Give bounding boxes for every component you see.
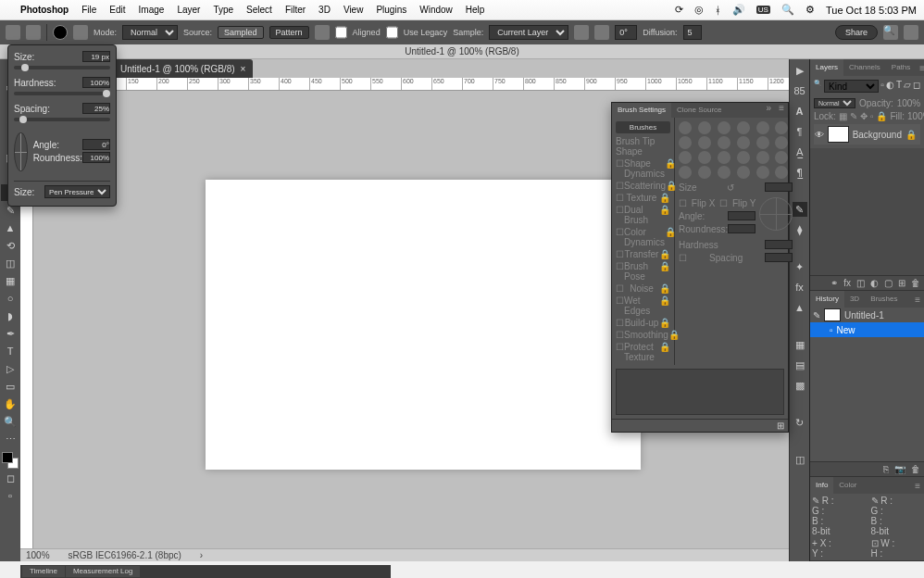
source-pattern[interactable]: Pattern xyxy=(269,26,309,39)
diffusion-input[interactable] xyxy=(683,25,702,40)
tool-path[interactable]: ▷ xyxy=(1,360,19,377)
opt-protect[interactable]: ☐Protect Texture🔒 xyxy=(612,341,674,363)
brushes-button[interactable]: Brushes xyxy=(616,121,670,133)
legacy-checkbox[interactable] xyxy=(386,25,398,40)
hardness-slider[interactable] xyxy=(14,92,110,95)
layer-thumbnail[interactable] xyxy=(828,126,848,143)
clock[interactable]: Tue Oct 18 5:03 PM xyxy=(826,5,917,16)
document-tab[interactable]: Untitled-1 @ 100% (RGB/8) × xyxy=(113,59,253,78)
menu-filter[interactable]: Filter xyxy=(285,5,306,15)
search-icon[interactable]: 🔍 xyxy=(781,4,794,16)
tab-timeline[interactable]: Timeline xyxy=(22,566,65,577)
collapse-icon[interactable]: » xyxy=(763,103,776,118)
brush-tip-grid[interactable] xyxy=(679,121,793,179)
tab-history[interactable]: History xyxy=(810,291,844,308)
sample-select[interactable]: Current Layer xyxy=(489,25,568,40)
group-icon[interactable]: ▢ xyxy=(884,278,893,288)
tool-eraser[interactable]: ◫ xyxy=(1,255,19,271)
menu-image[interactable]: Image xyxy=(139,5,165,15)
hardness-input[interactable] xyxy=(82,77,110,88)
filter-pixel-icon[interactable]: ▫ xyxy=(880,80,884,95)
tool-gradient[interactable]: ▦ xyxy=(1,272,19,289)
bs-hardness-input[interactable] xyxy=(765,240,793,249)
lock-position-icon[interactable]: ✎ xyxy=(850,111,857,121)
trash-icon[interactable]: 🗑 xyxy=(911,464,920,474)
history-state[interactable]: ▫ New xyxy=(810,322,924,337)
tab-layers[interactable]: Layers xyxy=(810,59,843,76)
angle-input[interactable] xyxy=(82,139,110,150)
bs-spacing-input[interactable] xyxy=(765,253,793,262)
color-profile[interactable]: sRGB IEC61966-2.1 (8bpc) xyxy=(69,550,181,560)
opacity-value[interactable]: 100% xyxy=(897,98,921,108)
snapshot-icon[interactable]: 📷 xyxy=(894,464,905,474)
opt-smoothing[interactable]: ☐Smoothing🔒 xyxy=(612,329,674,341)
lock-pixels-icon[interactable]: ▦ xyxy=(839,111,847,121)
pressure-opacity-icon[interactable] xyxy=(594,25,609,40)
screenmode-icon[interactable]: ▫ xyxy=(1,487,19,504)
tool-preset-icon[interactable] xyxy=(26,25,41,40)
lock-artboard-icon[interactable]: ▫ xyxy=(870,111,874,121)
tab-channels[interactable]: Channels xyxy=(843,59,886,76)
trash-icon[interactable]: 🗑 xyxy=(911,278,920,288)
libraries-icon[interactable]: ◫ xyxy=(793,452,807,467)
ruler-horizontal[interactable]: 0501001502002503003504004505005506006507… xyxy=(33,78,789,91)
layer-filter[interactable]: Kind xyxy=(824,80,879,93)
layer-row[interactable]: 👁 Background 🔒 xyxy=(814,124,920,144)
close-icon[interactable]: × xyxy=(241,64,246,74)
volume-icon[interactable]: 🔊 xyxy=(732,4,745,16)
angle-input[interactable] xyxy=(615,25,637,40)
tool-history-brush[interactable]: ⟲ xyxy=(1,237,19,254)
angle-control[interactable] xyxy=(759,197,793,231)
mode-select[interactable]: Normal xyxy=(122,25,178,40)
size-control-select[interactable]: Pen Pressure xyxy=(44,185,110,198)
actions-icon[interactable]: ↻ xyxy=(793,415,807,430)
fx-icon[interactable]: fx xyxy=(843,278,851,288)
menu-view[interactable]: View xyxy=(343,5,364,15)
tab-brushes[interactable]: Brushes xyxy=(865,291,903,308)
pattern-swatch-icon[interactable] xyxy=(315,25,330,40)
lock-all-icon[interactable]: 🔒 xyxy=(876,111,887,121)
opt-tip-shape[interactable]: Brush Tip Shape xyxy=(612,135,674,157)
home-icon[interactable] xyxy=(6,25,20,40)
tool-stamp[interactable]: ▲ xyxy=(1,220,19,236)
opt-wet[interactable]: ☐Wet Edges🔒 xyxy=(612,295,674,317)
tool-blur[interactable]: ○ xyxy=(1,290,19,307)
panel-menu-icon[interactable]: ≡ xyxy=(775,103,788,118)
link-icon[interactable]: ⚭ xyxy=(830,278,838,288)
menu-3d[interactable]: 3D xyxy=(318,5,331,15)
menu-plugins[interactable]: Plugins xyxy=(376,5,406,15)
opt-dual[interactable]: ☐Dual Brush🔒 xyxy=(612,204,674,226)
size-input[interactable] xyxy=(82,51,110,62)
quickmask-icon[interactable]: ◻ xyxy=(1,470,19,486)
adj-icon[interactable]: ◐ xyxy=(870,278,879,288)
new-brush-icon[interactable]: ⊞ xyxy=(777,421,784,431)
opt-color-dyn[interactable]: ☐Color Dynamics🔒 xyxy=(612,226,674,248)
roundness-input[interactable] xyxy=(82,152,110,163)
tool-edit-toolbar[interactable]: ⋯ xyxy=(1,431,19,447)
color-swatches[interactable] xyxy=(2,452,19,469)
workspace-icon[interactable] xyxy=(904,25,918,40)
lock-icon[interactable]: 🔒 xyxy=(905,130,917,140)
menu-edit[interactable]: Edit xyxy=(109,5,125,15)
restore-icon[interactable]: ↺ xyxy=(727,182,734,193)
panel-menu-icon[interactable]: ≡ xyxy=(911,481,924,491)
tab-paths[interactable]: Paths xyxy=(886,59,916,76)
control-center-icon[interactable]: ⚙ xyxy=(805,4,815,16)
bs-size-input[interactable] xyxy=(765,182,793,192)
menu-window[interactable]: Window xyxy=(419,5,453,15)
bs-roundness-input[interactable] xyxy=(728,224,755,233)
ignore-adj-icon[interactable] xyxy=(574,25,589,40)
tool-pen[interactable]: ✒ xyxy=(1,325,19,342)
canvas[interactable] xyxy=(206,180,641,470)
patterns-icon[interactable]: ▩ xyxy=(793,378,807,393)
tool-dodge[interactable]: ◗ xyxy=(1,308,19,324)
tool-type[interactable]: T xyxy=(1,343,19,359)
brush-panel-icon[interactable] xyxy=(73,25,88,40)
source-sampled[interactable]: Sampled xyxy=(218,26,264,39)
opt-noise[interactable]: ☐Noise🔒 xyxy=(612,283,674,295)
opt-transfer[interactable]: ☐Transfer🔒 xyxy=(612,248,674,260)
panel-menu-icon[interactable]: ≡ xyxy=(916,63,924,73)
opt-pose[interactable]: ☐Brush Pose🔒 xyxy=(612,260,674,283)
us-input-icon[interactable]: US xyxy=(756,6,770,14)
app-name[interactable]: Photoshop xyxy=(20,5,69,15)
